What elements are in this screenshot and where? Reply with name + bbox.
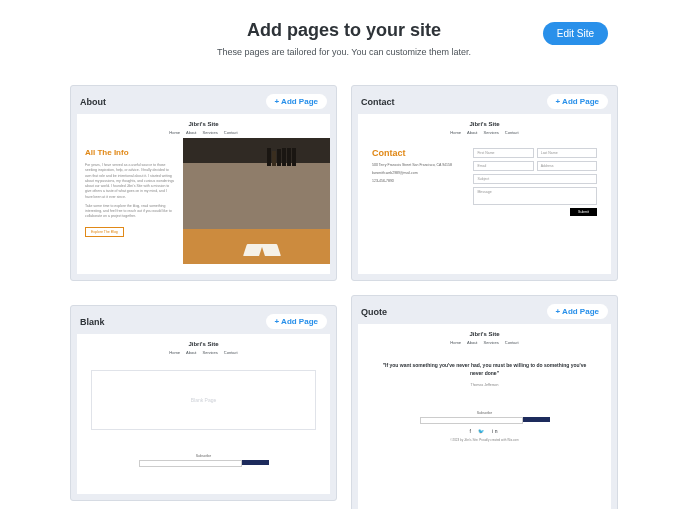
linkedin-icon: in (492, 428, 500, 434)
contact-submit: Submit (570, 208, 597, 216)
template-card-quote: Quote + Add Page Jibri's Site HomeAboutS… (351, 295, 618, 509)
template-preview-blank[interactable]: Jibri's Site HomeAboutServicesContact Bl… (77, 334, 330, 494)
about-image (183, 138, 330, 264)
contact-heading: Contact (372, 148, 461, 158)
add-page-button[interactable]: + Add Page (266, 314, 328, 329)
template-preview-contact[interactable]: Jibri's Site HomeAboutServicesContact Co… (358, 114, 611, 274)
grid-col-left: About + Add Page Jibri's Site HomeAboutS… (70, 85, 337, 509)
card-title: Contact (361, 97, 395, 107)
card-title: About (80, 97, 106, 107)
page-subtitle: These pages are tailored for you. You ca… (0, 47, 688, 57)
grid-col-right: Contact + Add Page Jibri's Site HomeAbou… (351, 85, 618, 509)
template-card-about: About + Add Page Jibri's Site HomeAboutS… (70, 85, 337, 281)
social-icons: f 🐦 in (382, 428, 587, 434)
template-card-blank: Blank + Add Page Jibri's Site HomeAboutS… (70, 305, 337, 501)
quote-author: Thomas Jefferson (382, 383, 587, 387)
contact-form: First Name Last Name Email Address Subje… (473, 148, 597, 216)
page-templates-grid: About + Add Page Jibri's Site HomeAboutS… (0, 67, 688, 509)
template-preview-quote[interactable]: Jibri's Site HomeAboutServicesContact "I… (358, 324, 611, 509)
quote-text: "If you want something you've never had,… (382, 362, 587, 377)
edit-site-button[interactable]: Edit Site (543, 22, 608, 45)
template-card-contact: Contact + Add Page Jibri's Site HomeAbou… (351, 85, 618, 281)
card-title: Quote (361, 307, 387, 317)
facebook-icon: f (469, 428, 472, 434)
add-page-button[interactable]: + Add Page (547, 304, 609, 319)
about-cta: Explore The Blog (85, 227, 124, 237)
blank-placeholder: Blank Page (91, 370, 316, 430)
add-page-button[interactable]: + Add Page (547, 94, 609, 109)
template-preview-about[interactable]: Jibri's Site HomeAboutServicesContact Al… (77, 114, 330, 274)
subscribe-bar (420, 417, 550, 422)
card-title: Blank (80, 317, 105, 327)
preview-site-name: Jibri's Site (77, 121, 330, 127)
subscribe-bar (139, 460, 269, 465)
about-heading: All The Info (85, 148, 175, 157)
add-page-button[interactable]: + Add Page (266, 94, 328, 109)
preview-nav: HomeAboutServicesContact (77, 130, 330, 135)
page-header: Add pages to your site These pages are t… (0, 0, 688, 67)
twitter-icon: 🐦 (478, 428, 486, 434)
